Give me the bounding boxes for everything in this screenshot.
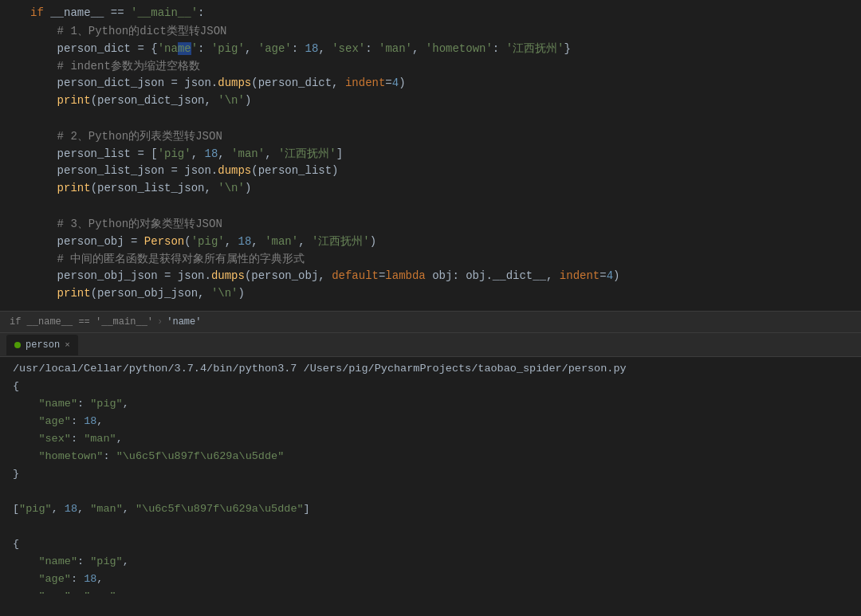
code-line-9: person_list_json = json.dumps(person_lis… — [0, 164, 861, 182]
tab-bar: person × — [0, 333, 861, 357]
output-run-command: /usr/local/Cellar/python/3.7.4/bin/pytho… — [13, 360, 848, 378]
code-line-8: person_list = ['pig', 18, 'man', '江西抚州'] — [0, 147, 861, 164]
output-line-11: "sex": "man", — [13, 588, 848, 594]
code-line-3: person_dict = {'name': 'pig', 'age': 18,… — [0, 41, 861, 59]
output-line-1: { — [13, 378, 848, 395]
breadcrumb-separator: › — [157, 316, 163, 328]
bottom-panel: if __name__ == '__main__' › 'name' perso… — [0, 311, 861, 594]
code-line-14: person_obj_json = json.dumps(person_obj,… — [0, 269, 861, 287]
breadcrumb-part2: 'name' — [167, 316, 201, 328]
output-line-7: ["pig", 18, "man", "\u6c5f\u897f\u629a\u… — [13, 500, 848, 518]
code-line-blank1 — [0, 112, 861, 129]
code-line-10: print(person_list_json, '\n') — [0, 182, 861, 199]
tab-person[interactable]: person × — [6, 335, 78, 355]
code-line-6: print(person_dict_json, '\n') — [0, 94, 861, 112]
tab-label: person — [26, 339, 60, 351]
code-line-7: # 2、Python的列表类型转JSON — [0, 129, 861, 147]
output-line-4: "sex": "man", — [13, 430, 848, 448]
output-line-6: } — [13, 465, 848, 483]
breadcrumb-part1: if __name__ == '__main__' — [10, 316, 153, 328]
output-line-8: { — [13, 536, 848, 553]
tab-close-button[interactable]: × — [65, 340, 70, 350]
tab-dot — [14, 342, 21, 348]
breadcrumb-bar: if __name__ == '__main__' › 'name' — [0, 311, 861, 333]
output-blank-2 — [13, 518, 848, 536]
code-line-5: person_dict_json = json.dumps(person_dic… — [0, 77, 861, 94]
output-line-3: "age": 18, — [13, 413, 848, 430]
code-line-13: # 中间的匿名函数是获得对象所有属性的字典形式 — [0, 252, 861, 269]
output-blank-1 — [13, 483, 848, 500]
output-line-2: "name": "pig", — [13, 395, 848, 413]
output-line-10: "age": 18, — [13, 571, 848, 588]
code-line-blank2 — [0, 199, 861, 217]
code-line-1: if __name__ == '__main__': — [0, 6, 861, 24]
code-line-11: # 3、Python的对象类型转JSON — [0, 217, 861, 234]
code-line-12: person_obj = Person('pig', 18, 'man', '江… — [0, 234, 861, 252]
code-line-4: # indent参数为缩进空格数 — [0, 59, 861, 77]
code-line-15: print(person_obj_json, '\n') — [0, 287, 861, 304]
code-line-2: # 1、Python的dict类型转JSON — [0, 24, 861, 41]
code-editor[interactable]: if __name__ == '__main__': # 1、Python的di… — [0, 0, 861, 311]
output-line-9: "name": "pig", — [13, 553, 848, 571]
output-line-5: "hometown": "\u6c5f\u897f\u629a\u5dde" — [13, 448, 848, 465]
output-area: /usr/local/Cellar/python/3.7.4/bin/pytho… — [0, 357, 861, 594]
